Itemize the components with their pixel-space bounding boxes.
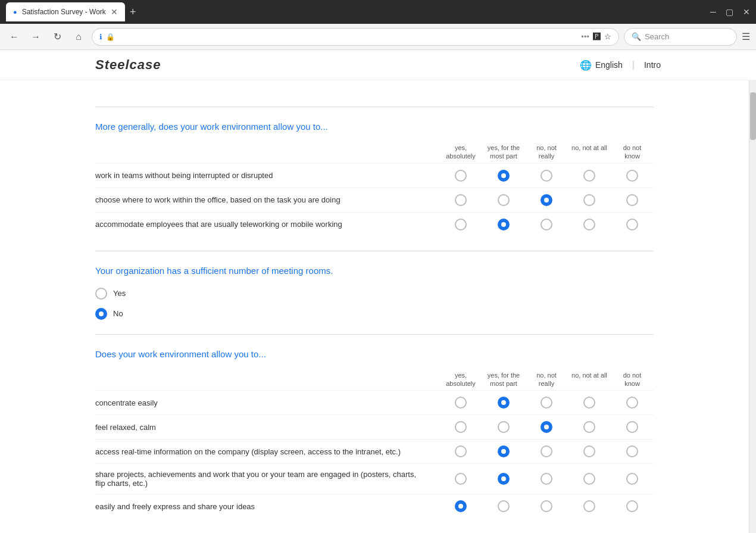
radio-cell-s3-3-0[interactable] xyxy=(439,445,482,457)
menu-button[interactable]: ☰ xyxy=(742,31,750,42)
radio-cell-3-0[interactable] xyxy=(439,219,482,230)
radio-2-0[interactable] xyxy=(455,194,467,206)
browser-tab[interactable]: ● Satisfaction Survey - Workp ✕ xyxy=(6,2,125,21)
radio-cell-s3-4-3[interactable] xyxy=(568,473,611,485)
radio-cell-3-4[interactable] xyxy=(611,219,654,230)
radio-cell-1-3[interactable] xyxy=(568,170,611,182)
radio-cell-s3-5-4[interactable] xyxy=(611,500,654,512)
radio-cell-1-0[interactable] xyxy=(439,170,482,182)
yes-no-option-no[interactable]: No xyxy=(95,308,654,320)
search-box[interactable]: 🔍 Search xyxy=(624,28,737,46)
radio-s3-5-2[interactable] xyxy=(541,500,552,512)
radio-cell-2-2[interactable] xyxy=(525,194,568,206)
radio-cell-s3-4-0[interactable] xyxy=(439,473,482,485)
radio-s3-1-3[interactable] xyxy=(583,397,595,409)
radio-1-3[interactable] xyxy=(583,170,595,182)
radio-cell-s3-2-0[interactable] xyxy=(439,421,482,433)
new-tab-button[interactable]: + xyxy=(130,6,136,18)
radio-cell-s3-2-3[interactable] xyxy=(568,421,611,433)
radio-cell-s3-1-2[interactable] xyxy=(525,397,568,409)
radio-s3-1-4[interactable] xyxy=(626,397,638,409)
radio-1-4[interactable] xyxy=(626,170,638,182)
radio-3-1[interactable] xyxy=(498,219,510,230)
radio-cell-s3-2-1[interactable] xyxy=(482,421,525,433)
radio-s3-3-1[interactable] xyxy=(498,445,510,457)
radio-s3-2-0[interactable] xyxy=(455,421,467,433)
radio-s3-5-4[interactable] xyxy=(626,500,638,512)
radio-3-2[interactable] xyxy=(541,219,552,230)
pocket-icon[interactable]: 🅿 xyxy=(593,32,601,41)
bookmark-icon[interactable]: ☆ xyxy=(604,32,611,41)
radio-s3-3-4[interactable] xyxy=(626,445,638,457)
radio-2-3[interactable] xyxy=(583,194,595,206)
radio-cell-s3-1-0[interactable] xyxy=(439,397,482,409)
radio-cell-3-2[interactable] xyxy=(525,219,568,230)
radio-3-0[interactable] xyxy=(455,219,467,230)
radio-cell-s3-1-1[interactable] xyxy=(482,397,525,409)
radio-3-4[interactable] xyxy=(626,219,638,230)
minimize-icon[interactable]: ─ xyxy=(710,7,716,17)
radio-cell-s3-1-4[interactable] xyxy=(611,397,654,409)
scrollbar-thumb[interactable] xyxy=(750,92,756,140)
radio-s3-4-3[interactable] xyxy=(583,473,595,485)
radio-s3-1-1[interactable] xyxy=(498,397,510,409)
radio-s3-1-2[interactable] xyxy=(541,397,552,409)
radio-cell-3-3[interactable] xyxy=(568,219,611,230)
back-button[interactable]: ← xyxy=(6,29,23,45)
radio-cell-1-4[interactable] xyxy=(611,170,654,182)
radio-cell-s3-3-4[interactable] xyxy=(611,445,654,457)
radio-2-1[interactable] xyxy=(498,194,510,206)
radio-1-0[interactable] xyxy=(455,170,467,182)
address-bar[interactable]: ℹ 🔒 ••• 🅿 ☆ xyxy=(92,28,619,46)
radio-s3-3-2[interactable] xyxy=(541,445,552,457)
reload-button[interactable]: ↻ xyxy=(49,29,65,45)
radio-s3-5-1[interactable] xyxy=(498,500,510,512)
radio-cell-s3-3-1[interactable] xyxy=(482,445,525,457)
home-button[interactable]: ⌂ xyxy=(70,29,87,45)
radio-s3-2-3[interactable] xyxy=(583,421,595,433)
radio-s3-5-3[interactable] xyxy=(583,500,595,512)
radio-cell-s3-5-2[interactable] xyxy=(525,500,568,512)
radio-cell-s3-4-1[interactable] xyxy=(482,473,525,485)
radio-s3-4-0[interactable] xyxy=(455,473,467,485)
radio-2-4[interactable] xyxy=(626,194,638,206)
scrollbar[interactable] xyxy=(749,80,756,533)
radio-cell-1-1[interactable] xyxy=(482,170,525,182)
radio-1-1[interactable] xyxy=(498,170,510,182)
radio-cell-s3-2-2[interactable] xyxy=(525,421,568,433)
radio-cell-2-1[interactable] xyxy=(482,194,525,206)
radio-cell-s3-3-3[interactable] xyxy=(568,445,611,457)
radio-s3-3-0[interactable] xyxy=(455,445,467,457)
radio-cell-s3-2-4[interactable] xyxy=(611,421,654,433)
radio-s3-3-3[interactable] xyxy=(583,445,595,457)
radio-cell-s3-5-0[interactable] xyxy=(439,500,482,512)
intro-link[interactable]: Intro xyxy=(644,60,661,70)
yes-no-option-yes[interactable]: Yes xyxy=(95,288,654,300)
radio-cell-1-2[interactable] xyxy=(525,170,568,182)
radio-s3-5-0[interactable] xyxy=(455,500,467,512)
more-options-icon[interactable]: ••• xyxy=(581,32,589,41)
forward-button[interactable]: → xyxy=(27,29,44,45)
radio-s3-2-2[interactable] xyxy=(541,421,552,433)
radio-cell-s3-5-3[interactable] xyxy=(568,500,611,512)
radio-cell-s3-1-3[interactable] xyxy=(568,397,611,409)
radio-s3-2-4[interactable] xyxy=(626,421,638,433)
restore-icon[interactable]: ▢ xyxy=(726,7,733,17)
radio-cell-2-0[interactable] xyxy=(439,194,482,206)
radio-s3-4-4[interactable] xyxy=(626,473,638,485)
radio-cell-s3-4-2[interactable] xyxy=(525,473,568,485)
radio-cell-s3-5-1[interactable] xyxy=(482,500,525,512)
radio-s3-4-1[interactable] xyxy=(498,473,510,485)
radio-cell-s3-3-2[interactable] xyxy=(525,445,568,457)
radio-2-2[interactable] xyxy=(541,194,552,206)
close-icon[interactable]: ✕ xyxy=(743,7,750,17)
radio-3-3[interactable] xyxy=(583,219,595,230)
radio-cell-2-4[interactable] xyxy=(611,194,654,206)
radio-cell-3-1[interactable] xyxy=(482,219,525,230)
language-selector[interactable]: 🌐 English xyxy=(580,60,623,71)
radio-yes[interactable] xyxy=(95,288,107,300)
radio-s3-2-1[interactable] xyxy=(498,421,510,433)
radio-cell-s3-4-4[interactable] xyxy=(611,473,654,485)
radio-1-2[interactable] xyxy=(541,170,552,182)
radio-cell-2-3[interactable] xyxy=(568,194,611,206)
